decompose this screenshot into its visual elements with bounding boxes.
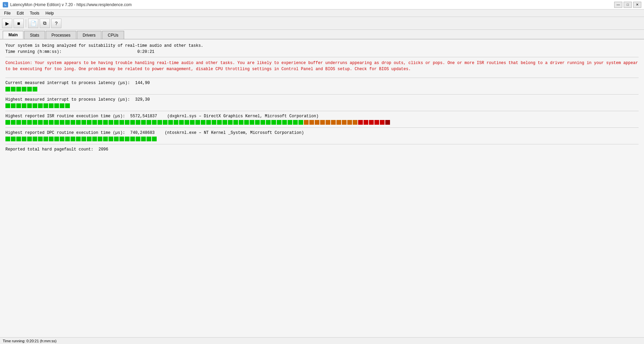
divider-2 bbox=[5, 78, 639, 78]
bar-segment bbox=[22, 103, 26, 108]
minimize-button[interactable]: — bbox=[614, 2, 622, 8]
bar-segment bbox=[76, 137, 81, 141]
menu-item-file[interactable]: File bbox=[1, 10, 13, 16]
copy-button[interactable]: ⧉ bbox=[40, 19, 50, 28]
tab-processes[interactable]: Processes bbox=[46, 31, 76, 39]
bar-segment bbox=[266, 120, 271, 125]
bar-segment bbox=[228, 120, 233, 125]
status-line-1: Your system is being analyzed for suitab… bbox=[5, 43, 639, 48]
bar-segment bbox=[125, 137, 130, 141]
bar-segment bbox=[11, 87, 16, 92]
bar-segment bbox=[60, 120, 64, 125]
bar-segment bbox=[49, 137, 54, 141]
bar-segment bbox=[282, 120, 287, 125]
metric-current-value: 144,90 bbox=[135, 81, 150, 85]
metric-pagefault: Reported total hard pagefault count: 209… bbox=[5, 147, 639, 152]
bar-segment bbox=[22, 87, 26, 92]
bar-segment bbox=[11, 103, 16, 108]
bar-segment bbox=[136, 137, 140, 141]
metric-current-label: Current measured interrupt to process la… bbox=[5, 81, 130, 85]
bar-segment bbox=[184, 120, 189, 125]
bar-segment bbox=[87, 137, 92, 141]
report-button[interactable]: 📄 bbox=[28, 19, 38, 28]
bar-segment bbox=[380, 120, 385, 125]
bar-segment bbox=[358, 120, 363, 125]
bar-segment bbox=[288, 120, 292, 125]
menu-item-help[interactable]: Help bbox=[43, 10, 57, 16]
title-bar-left: L LatencyMon (Home Edition) v 7.20 - htt… bbox=[3, 2, 132, 7]
bar-segment bbox=[147, 137, 151, 141]
bar-segment bbox=[195, 120, 200, 125]
time-value: 0:20:21 bbox=[137, 49, 154, 54]
bar-segment bbox=[43, 137, 48, 141]
bar-segment bbox=[43, 120, 48, 125]
bar-segment bbox=[103, 120, 108, 125]
stop-button[interactable]: ■ bbox=[14, 19, 24, 28]
bar-segment bbox=[98, 120, 102, 125]
metric-isr-value: 5572,541837 bbox=[130, 114, 157, 119]
bar-segment bbox=[49, 120, 54, 125]
bar-segment bbox=[179, 120, 184, 125]
bar-segment bbox=[206, 120, 211, 125]
bar-segment bbox=[87, 120, 92, 125]
bar-segment bbox=[320, 120, 325, 125]
bar-segment bbox=[141, 137, 146, 141]
bar-segment bbox=[130, 120, 135, 125]
bar-segment bbox=[16, 87, 21, 92]
bar-isr bbox=[5, 120, 639, 125]
menu-bar: FileEditToolsHelp bbox=[0, 9, 644, 17]
bar-segment bbox=[60, 137, 64, 141]
tab-drivers[interactable]: Drivers bbox=[77, 31, 101, 39]
bar-segment bbox=[217, 120, 222, 125]
bar-segment bbox=[114, 120, 119, 125]
bar-segment bbox=[374, 120, 379, 125]
toolbar-separator bbox=[26, 19, 26, 27]
bar-segment bbox=[38, 137, 43, 141]
menu-item-tools[interactable]: Tools bbox=[27, 10, 42, 16]
bar-segment bbox=[364, 120, 368, 125]
bar-segment bbox=[147, 120, 151, 125]
bar-segment bbox=[190, 120, 195, 125]
bar-segment bbox=[309, 120, 314, 125]
bar-segment bbox=[119, 120, 124, 125]
tab-bar: MainStatsProcessesDriversCPUs bbox=[0, 30, 644, 39]
bar-dpc bbox=[5, 137, 639, 141]
bar-segment bbox=[98, 137, 102, 141]
menu-item-edit[interactable]: Edit bbox=[14, 10, 26, 16]
bar-segment bbox=[103, 137, 108, 141]
bar-segment bbox=[92, 137, 97, 141]
bar-segment bbox=[5, 137, 10, 141]
bar-segment bbox=[331, 120, 336, 125]
bar-segment bbox=[293, 120, 298, 125]
bar-segment bbox=[119, 137, 124, 141]
bar-segment bbox=[233, 120, 238, 125]
status-bar: Time running: 0:20:21 (h:mm:ss) bbox=[0, 337, 644, 344]
bar-segment bbox=[201, 120, 206, 125]
bar-segment bbox=[222, 120, 227, 125]
bar-segment bbox=[347, 120, 352, 125]
bar-segment bbox=[11, 120, 16, 125]
time-label: Time running (h:mm:ss): bbox=[5, 49, 62, 54]
bar-segment bbox=[271, 120, 276, 125]
bar-segment bbox=[260, 120, 265, 125]
tab-stats[interactable]: Stats bbox=[24, 31, 45, 39]
bar-segment bbox=[157, 120, 162, 125]
bar-segment bbox=[369, 120, 374, 125]
bar-segment bbox=[250, 120, 254, 125]
maximize-button[interactable]: □ bbox=[624, 2, 632, 8]
bar-segment bbox=[65, 120, 70, 125]
time-running-row: Time running (h:mm:ss): 0:20:21 bbox=[5, 49, 639, 54]
close-button[interactable]: ✕ bbox=[633, 2, 641, 8]
bar-segment bbox=[27, 137, 32, 141]
tab-main[interactable]: Main bbox=[3, 31, 23, 39]
bar-segment bbox=[65, 137, 70, 141]
bar-segment bbox=[92, 120, 97, 125]
bar-segment bbox=[212, 120, 216, 125]
help-button[interactable]: ? bbox=[51, 19, 61, 28]
play-button[interactable]: ▶ bbox=[2, 19, 12, 28]
divider-1 bbox=[5, 57, 639, 57]
tab-cpus[interactable]: CPUs bbox=[102, 31, 124, 39]
window-controls: — □ ✕ bbox=[614, 2, 641, 8]
metric-isr-label: Highest reported ISR routine execution t… bbox=[5, 114, 125, 119]
bar-segment bbox=[5, 120, 10, 125]
